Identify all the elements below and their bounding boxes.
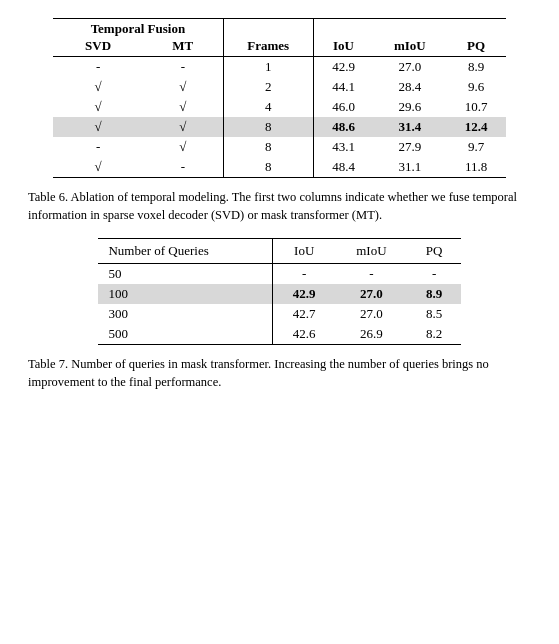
table7-caption-text: Table 7. Number of queries in mask trans… xyxy=(28,357,489,389)
table7-container: Number of Queries IoU mIoU PQ 50---10042… xyxy=(28,238,531,345)
table6-cell: 4 xyxy=(223,97,313,117)
frames-header: Frames xyxy=(223,19,313,57)
table6-top-header: Temporal Fusion Frames IoU mIoU PQ xyxy=(53,19,506,38)
table6-container: Temporal Fusion Frames IoU mIoU PQ SVD xyxy=(28,18,531,178)
table6-cell: 27.0 xyxy=(373,57,446,78)
table6-cell: 2 xyxy=(223,77,313,97)
table6-cell: 31.4 xyxy=(373,117,446,137)
table6-cell: √ xyxy=(53,77,143,97)
table6-cell: 27.9 xyxy=(373,137,446,157)
pq-label: PQ xyxy=(467,38,485,53)
table6-cell: 8.9 xyxy=(446,57,505,78)
tf-title-label: Temporal Fusion xyxy=(91,21,186,36)
table6-row: √-848.431.111.8 xyxy=(53,157,506,178)
svd-label: SVD xyxy=(85,38,111,53)
table7-cell: 42.9 xyxy=(273,284,335,304)
table7-header-row: Number of Queries IoU mIoU PQ xyxy=(98,239,460,264)
table7-cell: 27.0 xyxy=(335,304,408,324)
table7-cell: 26.9 xyxy=(335,324,408,345)
table6-cell: √ xyxy=(53,157,143,178)
table7-cell: 50 xyxy=(98,264,272,285)
table7-cell: 42.6 xyxy=(273,324,335,345)
table6-cell: 8 xyxy=(223,157,313,178)
table6-cell: 12.4 xyxy=(446,117,505,137)
table6-caption-text: Table 6. Ablation of temporal modeling. … xyxy=(28,190,517,222)
table7-cell: 500 xyxy=(98,324,272,345)
table7-row: 50--- xyxy=(98,264,460,285)
table6-row: √√848.631.412.4 xyxy=(53,117,506,137)
table6-row: √√446.029.610.7 xyxy=(53,97,506,117)
table6-row: --142.927.08.9 xyxy=(53,57,506,78)
table7-cell: 8.9 xyxy=(408,284,461,304)
table6-row: √√244.128.49.6 xyxy=(53,77,506,97)
table7-cell: - xyxy=(335,264,408,285)
table7-pq-header: PQ xyxy=(408,239,461,264)
mt-label: MT xyxy=(172,38,193,53)
iou-header: IoU xyxy=(313,19,373,57)
table6-cell: √ xyxy=(143,97,223,117)
table7-cell: - xyxy=(273,264,335,285)
table6-cell: √ xyxy=(143,137,223,157)
table6-cell: 44.1 xyxy=(313,77,373,97)
table7-caption: Table 7. Number of queries in mask trans… xyxy=(28,355,531,391)
table6-cell: 46.0 xyxy=(313,97,373,117)
table6-cell: √ xyxy=(143,77,223,97)
table6-cell: √ xyxy=(53,97,143,117)
table6-cell: 8 xyxy=(223,137,313,157)
table6-cell: 48.6 xyxy=(313,117,373,137)
table6-cell: 48.4 xyxy=(313,157,373,178)
table6-cell: 42.9 xyxy=(313,57,373,78)
table6-cell: 29.6 xyxy=(373,97,446,117)
table7-row: 30042.727.08.5 xyxy=(98,304,460,324)
table6-cell: 9.7 xyxy=(446,137,505,157)
temporal-fusion-header: Temporal Fusion xyxy=(53,19,223,38)
table7-miou-header: mIoU xyxy=(335,239,408,264)
table6-body: --142.927.08.9√√244.128.49.6√√446.029.61… xyxy=(53,57,506,178)
table6-cell: 43.1 xyxy=(313,137,373,157)
table7-cell: - xyxy=(408,264,461,285)
table6-cell: 1 xyxy=(223,57,313,78)
table6-cell: 8 xyxy=(223,117,313,137)
table7-iou-header: IoU xyxy=(273,239,335,264)
table6-cell: - xyxy=(53,137,143,157)
table7-cell: 100 xyxy=(98,284,272,304)
table7-pq-label: PQ xyxy=(426,243,443,258)
table6-cell: 31.1 xyxy=(373,157,446,178)
table7-cell: 300 xyxy=(98,304,272,324)
table7-miou-label: mIoU xyxy=(356,243,386,258)
table6-cell: - xyxy=(53,57,143,78)
miou-label: mIoU xyxy=(394,38,426,53)
table6: Temporal Fusion Frames IoU mIoU PQ SVD xyxy=(53,18,506,178)
table6-cell: - xyxy=(143,57,223,78)
table7-cell: 27.0 xyxy=(335,284,408,304)
table6-cell: 28.4 xyxy=(373,77,446,97)
frames-label: Frames xyxy=(247,38,289,53)
table7-body: 50---10042.927.08.930042.727.08.550042.6… xyxy=(98,264,460,345)
table6-cell: 11.8 xyxy=(446,157,505,178)
table7: Number of Queries IoU mIoU PQ 50---10042… xyxy=(98,238,460,345)
iou-label: IoU xyxy=(333,38,354,53)
table6-row: -√843.127.99.7 xyxy=(53,137,506,157)
table7-cell: 42.7 xyxy=(273,304,335,324)
table6-caption: Table 6. Ablation of temporal modeling. … xyxy=(28,188,531,224)
svd-header: SVD xyxy=(53,37,143,57)
table6-cell: 10.7 xyxy=(446,97,505,117)
table6-cell: √ xyxy=(53,117,143,137)
mt-header: MT xyxy=(143,37,223,57)
table7-row: 10042.927.08.9 xyxy=(98,284,460,304)
pq-header: PQ xyxy=(446,19,505,57)
table6-cell: 9.6 xyxy=(446,77,505,97)
queries-label: Number of Queries xyxy=(108,243,208,258)
table7-row: 50042.626.98.2 xyxy=(98,324,460,345)
queries-header: Number of Queries xyxy=(98,239,272,264)
table6-cell: - xyxy=(143,157,223,178)
table7-iou-label: IoU xyxy=(294,243,314,258)
table6-cell: √ xyxy=(143,117,223,137)
table7-cell: 8.5 xyxy=(408,304,461,324)
miou-header: mIoU xyxy=(373,19,446,57)
table7-cell: 8.2 xyxy=(408,324,461,345)
